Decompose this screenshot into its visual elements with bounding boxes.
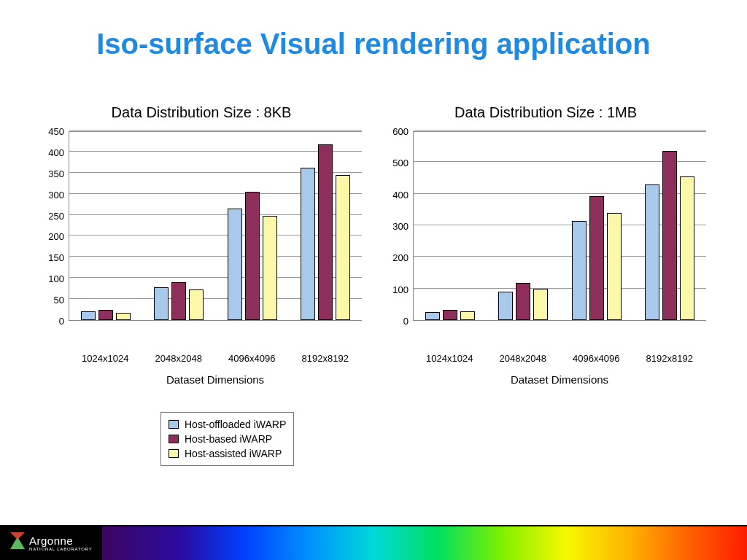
logo-sub: NATIONAL LABORATORY — [29, 547, 93, 551]
bar-group — [645, 151, 694, 320]
bar — [263, 216, 277, 320]
x-tick-label: 1024x1024 — [82, 353, 128, 364]
swatch-icon — [169, 435, 179, 443]
bar — [607, 213, 622, 320]
y-tick: 350 — [48, 168, 64, 179]
y-tick: 50 — [54, 295, 64, 306]
chart-1mb: Data Distribution Size : 1MB 01002003004… — [385, 104, 706, 386]
x-tick-label: 8192x8192 — [646, 353, 693, 364]
charts-row: Data Distribution Size : 8KB 05010015020… — [0, 104, 747, 386]
legend-label: Host-based iWARP — [185, 433, 272, 445]
bar — [460, 311, 475, 320]
y-tick: 200 — [392, 252, 409, 263]
chart-8kb: Data Distribution Size : 8KB 05010015020… — [41, 104, 362, 386]
argonne-logo: Argonne NATIONAL LABORATORY — [0, 525, 102, 560]
chart-8kb-title: Data Distribution Size : 8KB — [41, 104, 362, 121]
legend-label: Host-offloaded iWARP — [185, 419, 286, 430]
bar-group — [301, 144, 350, 320]
bar-group — [572, 196, 622, 320]
bar — [245, 192, 260, 320]
x-tick-label: 4096x4096 — [228, 353, 275, 364]
bar — [516, 283, 530, 320]
bar — [171, 282, 186, 320]
y-tick: 450 — [48, 126, 64, 137]
plot-area — [413, 131, 706, 321]
legend-label: Host-assisted iWARP — [185, 448, 282, 459]
bar-group — [81, 310, 131, 320]
x-tick-label: 2048x2048 — [500, 353, 546, 364]
x-tick-label: 2048x2048 — [155, 353, 202, 364]
y-tick: 300 — [48, 189, 64, 200]
bar — [589, 196, 604, 320]
bar — [443, 310, 457, 320]
logo-icon — [10, 537, 25, 549]
y-tick: 600 — [392, 126, 409, 137]
spectrum-bar — [102, 525, 747, 560]
swatch-icon — [169, 449, 179, 458]
x-tick-label: 8192x8192 — [302, 353, 349, 364]
y-tick: 100 — [392, 284, 409, 295]
legend-item-based: Host-based iWARP — [169, 432, 286, 446]
bar — [301, 168, 315, 320]
bar — [533, 289, 548, 320]
x-axis-title: Dataset Dimensions — [413, 373, 706, 386]
bar — [336, 175, 350, 320]
y-tick: 200 — [48, 231, 64, 242]
y-axis: 050100150200250300350400450 — [41, 131, 69, 321]
x-tick-label: 1024x1024 — [426, 353, 473, 364]
grid-line — [414, 130, 706, 131]
y-tick: 100 — [48, 273, 64, 284]
y-tick: 150 — [48, 252, 64, 263]
swatch-icon — [169, 420, 179, 429]
y-axis: 0100200300400500600 — [385, 131, 413, 321]
legend: Host-offloaded iWARP Host-based iWARP Ho… — [160, 412, 294, 466]
bar — [318, 144, 333, 320]
bar — [116, 313, 131, 320]
chart-1mb-title: Data Distribution Size : 1MB — [385, 104, 706, 121]
bar — [228, 209, 242, 320]
bar-group — [425, 310, 475, 320]
bar — [572, 221, 587, 321]
y-tick: 500 — [392, 158, 409, 168]
bar — [81, 311, 96, 320]
bar — [662, 151, 677, 320]
x-tick-label: 4096x4096 — [573, 353, 619, 364]
y-tick: 400 — [392, 189, 409, 200]
page-title: Iso-surface Visual rendering application — [0, 0, 747, 61]
x-axis-title: Dataset Dimensions — [69, 373, 362, 386]
bar — [680, 176, 694, 320]
bar-group — [228, 192, 277, 320]
x-labels: 1024x10242048x20484096x40968192x8192 — [413, 350, 706, 365]
plot-area — [69, 131, 362, 321]
bar — [498, 292, 513, 320]
footer: Argonne NATIONAL LABORATORY — [0, 525, 747, 560]
bar — [645, 184, 659, 320]
y-tick: 0 — [59, 316, 64, 327]
bar-group — [154, 282, 204, 320]
bar-group — [498, 283, 548, 320]
y-tick: 300 — [392, 221, 409, 232]
bar — [189, 289, 204, 320]
bar — [425, 312, 440, 320]
y-tick: 400 — [48, 147, 64, 158]
y-tick: 250 — [48, 210, 64, 221]
legend-item-offloaded: Host-offloaded iWARP — [169, 417, 286, 432]
logo-main: Argonne — [29, 534, 93, 547]
bar — [98, 310, 113, 320]
y-tick: 0 — [403, 316, 409, 327]
x-labels: 1024x10242048x20484096x40968192x8192 — [69, 350, 362, 365]
grid-line — [69, 130, 362, 131]
bar — [154, 287, 169, 320]
legend-item-assisted: Host-assisted iWARP — [169, 446, 286, 461]
